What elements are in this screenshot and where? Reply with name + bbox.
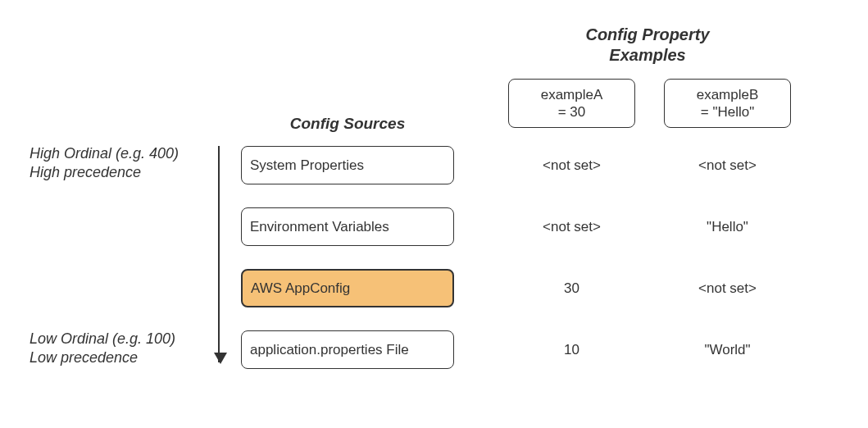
property-a-value: = 30 bbox=[558, 103, 586, 121]
value-b-row3: <not set> bbox=[664, 269, 791, 307]
source-label: Environment Variables bbox=[250, 219, 389, 235]
properties-heading-line2: Examples bbox=[609, 46, 685, 64]
source-box-application-properties-file: application.properties File bbox=[241, 330, 454, 369]
ordinal-low-line2: Low precedence bbox=[30, 349, 138, 366]
property-box-b: exampleB = "Hello" bbox=[664, 79, 791, 128]
diagram-canvas: Config Property Examples exampleA = 30 e… bbox=[0, 0, 868, 428]
value-b-row2: "Hello" bbox=[664, 207, 791, 246]
precedence-arrow-icon bbox=[218, 146, 220, 362]
source-label: System Properties bbox=[250, 157, 364, 174]
value-b-row1: <not set> bbox=[664, 146, 791, 184]
property-b-name: exampleB bbox=[697, 86, 759, 103]
properties-heading-line1: Config Property bbox=[585, 25, 709, 43]
value-a-row1: <not set> bbox=[508, 146, 635, 184]
value-a-row2: <not set> bbox=[508, 207, 635, 246]
source-box-system-properties: System Properties bbox=[241, 146, 454, 184]
property-b-value: = "Hello" bbox=[701, 103, 754, 121]
ordinal-high-line2: High precedence bbox=[30, 164, 141, 180]
ordinal-high-line1: High Ordinal (e.g. 400) bbox=[30, 145, 179, 162]
value-a-row4: 10 bbox=[508, 330, 635, 369]
source-box-aws-appconfig: AWS AppConfig bbox=[241, 269, 454, 307]
value-b-row4: "World" bbox=[664, 330, 791, 369]
ordinal-high-label: High Ordinal (e.g. 400) High precedence bbox=[30, 144, 210, 183]
source-label: AWS AppConfig bbox=[251, 280, 350, 297]
ordinal-low-line1: Low Ordinal (e.g. 100) bbox=[30, 330, 175, 347]
value-a-row3: 30 bbox=[508, 269, 635, 307]
property-box-a: exampleA = 30 bbox=[508, 79, 635, 128]
sources-heading: Config Sources bbox=[241, 115, 454, 133]
source-label: application.properties File bbox=[250, 342, 409, 358]
property-a-name: exampleA bbox=[541, 86, 603, 103]
ordinal-low-label: Low Ordinal (e.g. 100) Low precedence bbox=[30, 330, 210, 368]
source-box-environment-variables: Environment Variables bbox=[241, 207, 454, 246]
properties-heading: Config Property Examples bbox=[492, 25, 803, 66]
